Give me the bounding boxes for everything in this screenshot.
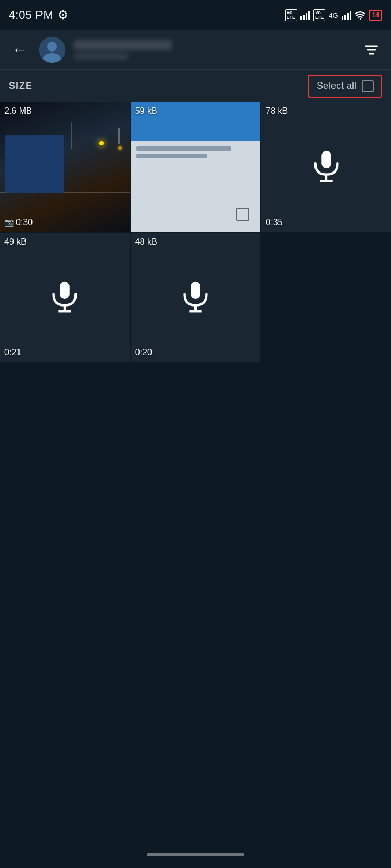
contact-subtitle-blurred bbox=[74, 53, 128, 60]
home-bar bbox=[147, 853, 244, 856]
wifi-icon bbox=[355, 11, 365, 20]
mic-icon-4 bbox=[46, 278, 84, 316]
screenshot-line-1 bbox=[136, 146, 231, 151]
item-1-duration: 0:30 bbox=[16, 218, 33, 227]
select-all-label: Select all bbox=[317, 80, 356, 92]
svg-rect-15 bbox=[321, 151, 331, 168]
screenshot-thumbnail bbox=[131, 102, 261, 232]
svg-point-8 bbox=[359, 18, 361, 20]
video-thumbnail-train bbox=[0, 102, 130, 232]
media-grid: 2.6 MB 📷 0:30 59 kB 78 kB 0:35 bbox=[0, 102, 391, 362]
screenshot-checkbox-decor bbox=[236, 208, 249, 221]
item-5-duration: 0:20 bbox=[135, 348, 152, 358]
home-indicator bbox=[0, 841, 391, 868]
4g-label: 4G bbox=[329, 11, 338, 20]
back-button[interactable]: ← bbox=[9, 39, 30, 61]
item-3-duration: 0:35 bbox=[266, 218, 282, 227]
screenshot-line-2 bbox=[136, 154, 207, 158]
filter-button[interactable] bbox=[361, 39, 382, 61]
item-4-size: 49 kB bbox=[4, 237, 27, 247]
item-1-size: 2.6 MB bbox=[4, 106, 32, 116]
item-5-size: 48 kB bbox=[135, 237, 157, 247]
item-3-size: 78 kB bbox=[266, 106, 288, 116]
svg-rect-5 bbox=[344, 15, 346, 20]
empty-content-area bbox=[0, 362, 391, 807]
sort-label: SIZE bbox=[9, 80, 33, 92]
sort-bar: SIZE Select all bbox=[0, 69, 391, 102]
signal-bars-1 bbox=[300, 11, 310, 20]
status-time-group: 4:05 PM ⚙ bbox=[9, 8, 68, 22]
media-item-1[interactable]: 2.6 MB 📷 0:30 bbox=[0, 102, 130, 232]
battery-level: 14 bbox=[372, 11, 379, 19]
mic-icon-5 bbox=[176, 278, 215, 316]
item-4-duration: 0:21 bbox=[4, 348, 21, 358]
status-icons-group: VoLTE VoLTE 4G 14 bbox=[285, 9, 382, 21]
media-item-3[interactable]: 78 kB 0:35 bbox=[261, 102, 391, 232]
light-decoration bbox=[99, 141, 104, 145]
svg-rect-7 bbox=[350, 11, 351, 20]
svg-rect-6 bbox=[347, 13, 349, 20]
train-body-decoration bbox=[5, 135, 64, 193]
video-camera-icon: 📷 bbox=[4, 218, 14, 227]
svg-rect-4 bbox=[342, 16, 343, 20]
toolbar: ← bbox=[0, 30, 391, 69]
light-poles bbox=[118, 128, 122, 150]
svg-rect-0 bbox=[300, 16, 302, 20]
contact-info bbox=[74, 40, 352, 60]
svg-rect-18 bbox=[60, 282, 70, 299]
status-bar: 4:05 PM ⚙ VoLTE VoLTE 4G 14 bbox=[0, 0, 391, 30]
contact-name-blurred bbox=[74, 40, 172, 50]
battery-indicator: 14 bbox=[369, 10, 382, 21]
clock-display: 4:05 PM bbox=[9, 8, 53, 22]
select-all-button[interactable]: Select all bbox=[308, 75, 382, 98]
media-item-5[interactable]: 48 kB 0:20 bbox=[131, 233, 261, 362]
volte-badge-2: VoLTE bbox=[313, 9, 325, 21]
video-duration-group: 📷 0:30 bbox=[4, 218, 33, 227]
avatar bbox=[39, 37, 65, 63]
media-item-2[interactable]: 59 kB bbox=[131, 102, 261, 232]
svg-rect-2 bbox=[306, 13, 307, 20]
filter-icon bbox=[364, 42, 379, 58]
select-all-checkbox[interactable] bbox=[362, 80, 374, 92]
avatar-image bbox=[39, 37, 65, 63]
item-2-size: 59 kB bbox=[135, 106, 157, 116]
signal-pole bbox=[71, 122, 72, 149]
svg-point-10 bbox=[47, 42, 57, 52]
svg-rect-1 bbox=[303, 15, 305, 20]
svg-rect-21 bbox=[191, 282, 200, 299]
gear-icon: ⚙ bbox=[58, 8, 68, 22]
mic-icon-3 bbox=[307, 148, 345, 186]
svg-rect-3 bbox=[308, 11, 310, 20]
media-item-4[interactable]: 49 kB 0:21 bbox=[0, 233, 130, 362]
screenshot-body bbox=[131, 141, 261, 232]
volte-badge-1: VoLTE bbox=[285, 9, 297, 21]
back-arrow-icon: ← bbox=[12, 41, 27, 59]
signal-bars-2 bbox=[342, 11, 351, 20]
